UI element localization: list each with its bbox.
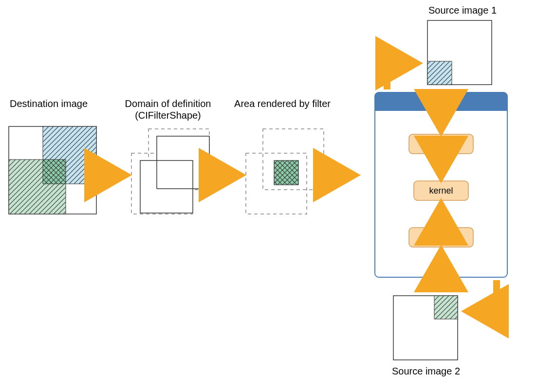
domain-of-definition-diagram: [131, 129, 209, 214]
arrow-filter-to-source1: [387, 63, 413, 89]
area-rendered-label: Area rendered by filter: [234, 98, 331, 109]
source-image-1-diagram: [427, 20, 492, 85]
source-image-1-label: Source image 1: [428, 5, 497, 16]
domain-of-definition-label-line2: (CIFilterShape): [135, 110, 201, 121]
cisampler-bottom-label: CISampler: [420, 232, 462, 242]
svg-rect-24: [427, 61, 452, 85]
svg-rect-6: [43, 160, 66, 184]
cisampler-top-label: CISampler: [420, 139, 462, 149]
destination-image-label: Destination image: [10, 98, 88, 109]
svg-rect-12: [140, 160, 193, 213]
kernel-label: kernel: [429, 186, 453, 196]
svg-rect-16: [274, 160, 298, 185]
domain-of-definition-label-line1: Domain of definition: [125, 98, 211, 109]
destination-image-diagram: [9, 126, 96, 214]
area-rendered-diagram: [246, 129, 324, 214]
arrow-filter-to-source2: [471, 280, 497, 311]
cifilter-title: CIFilter: [425, 96, 458, 107]
cifilter-panel: CIFilter CISampler kernel CISampler: [375, 92, 507, 277]
source-image-2-label: Source image 2: [392, 366, 460, 376]
svg-rect-28: [434, 296, 458, 319]
source-image-2-diagram: [393, 296, 458, 360]
